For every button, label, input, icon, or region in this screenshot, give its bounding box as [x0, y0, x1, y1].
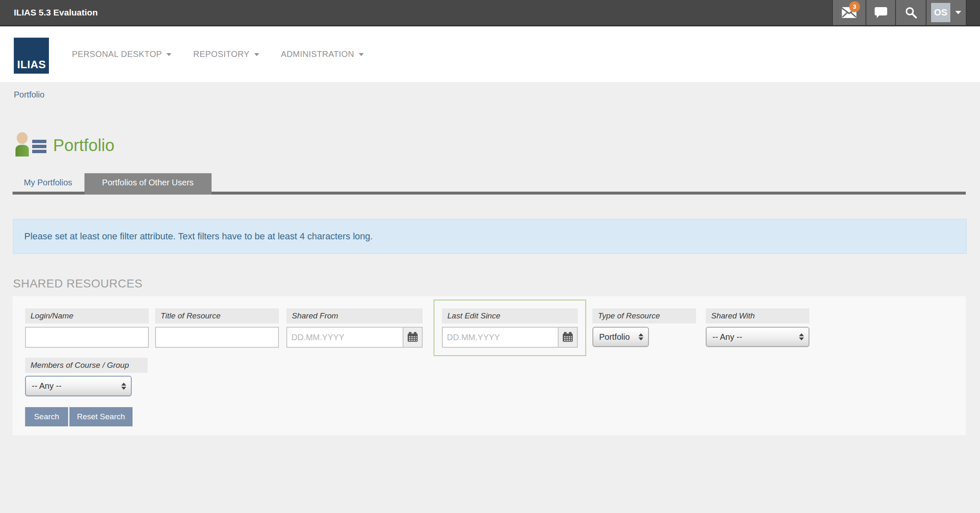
- select-stepper-icon: [799, 333, 804, 341]
- login-name-label: Login/Name: [25, 308, 149, 323]
- chat-button[interactable]: [865, 0, 895, 25]
- avatar: OS: [931, 3, 950, 22]
- search-icon: [905, 6, 917, 19]
- last-edit-since-field: [442, 327, 578, 348]
- search-button[interactable]: Search: [25, 407, 68, 426]
- calendar-icon: [562, 332, 573, 343]
- shared-from-calendar-button[interactable]: [403, 328, 422, 347]
- portfolio-icon: [14, 132, 46, 156]
- header-band: ILIAS PERSONAL DESKTOP REPOSITORY ADMINI…: [0, 26, 980, 82]
- menu-repository-label: REPOSITORY: [193, 49, 249, 59]
- chevron-down-icon: [254, 53, 259, 56]
- members-of-course-group-value: -- Any --: [32, 381, 61, 391]
- shared-from-field: [286, 327, 423, 348]
- menu-personal-desktop[interactable]: PERSONAL DESKTOP: [72, 49, 171, 59]
- chevron-down-icon: [359, 53, 364, 56]
- menu-administration-label: ADMINISTRATION: [281, 49, 354, 59]
- type-of-resource-value: Portfolio: [599, 332, 630, 342]
- last-edit-since-label: Last Edit Since: [442, 308, 578, 323]
- user-menu-button[interactable]: OS: [926, 0, 966, 25]
- title-of-resource-input[interactable]: [155, 327, 279, 348]
- breadcrumb-portfolio-link[interactable]: Portfolio: [14, 90, 44, 99]
- tab-my-portfolios[interactable]: My Portfolios: [17, 173, 79, 192]
- page-header: Portfolio: [14, 132, 115, 156]
- menu-administration[interactable]: ADMINISTRATION: [281, 49, 364, 59]
- mail-button[interactable]: 3: [832, 0, 865, 25]
- app-title: ILIAS 5.3 Evaluation: [14, 0, 98, 25]
- login-name-input[interactable]: [25, 327, 149, 348]
- select-stepper-icon: [121, 382, 126, 390]
- chevron-down-icon: [955, 11, 961, 14]
- members-of-course-group-label: Members of Course / Group: [25, 358, 148, 373]
- select-stepper-icon: [638, 333, 643, 341]
- shared-with-select[interactable]: -- Any --: [706, 327, 809, 347]
- top-bar-actions: 3 OS: [832, 0, 980, 25]
- calendar-icon: [407, 332, 418, 343]
- top-bar-corner: [966, 0, 980, 25]
- form-title: SHARED RESOURCES: [13, 277, 143, 290]
- logo-text: ILIAS: [17, 58, 46, 71]
- menu-personal-desktop-label: PERSONAL DESKTOP: [72, 49, 162, 59]
- ilias-logo[interactable]: ILIAS: [14, 38, 49, 74]
- breadcrumb: Portfolio: [14, 90, 44, 100]
- reset-search-button[interactable]: Reset Search: [69, 407, 133, 426]
- chat-icon: [874, 7, 888, 18]
- menu-repository[interactable]: REPOSITORY: [193, 49, 259, 59]
- type-of-resource-select[interactable]: Portfolio: [592, 327, 649, 347]
- last-edit-since-input[interactable]: [443, 328, 558, 347]
- shared-resources-filter-panel: Login/Name Title of Resource Shared From…: [13, 296, 966, 435]
- chevron-down-icon: [166, 53, 171, 56]
- info-message-text: Please set at least one filter attribute…: [24, 231, 373, 242]
- members-of-course-group-select[interactable]: -- Any --: [25, 376, 132, 396]
- page-title: Portfolio: [53, 135, 115, 156]
- mail-count-badge: 3: [849, 1, 860, 12]
- shared-from-label: Shared From: [286, 308, 423, 323]
- title-of-resource-label: Title of Resource: [155, 308, 279, 323]
- tab-bar: My Portfolios Portfolios of Other Users: [13, 173, 966, 195]
- shared-with-value: -- Any --: [712, 332, 742, 342]
- type-of-resource-label: Type of Resource: [592, 308, 696, 323]
- info-message: Please set at least one filter attribute…: [13, 219, 967, 254]
- top-bar: ILIAS 5.3 Evaluation 3 OS: [0, 0, 980, 26]
- shared-with-label: Shared With: [706, 308, 809, 323]
- shared-from-input[interactable]: [287, 328, 403, 347]
- tab-portfolios-of-other-users[interactable]: Portfolios of Other Users: [84, 173, 212, 195]
- main-menu: PERSONAL DESKTOP REPOSITORY ADMINISTRATI…: [72, 26, 364, 82]
- search-button[interactable]: [895, 0, 926, 25]
- last-edit-since-calendar-button[interactable]: [558, 328, 577, 347]
